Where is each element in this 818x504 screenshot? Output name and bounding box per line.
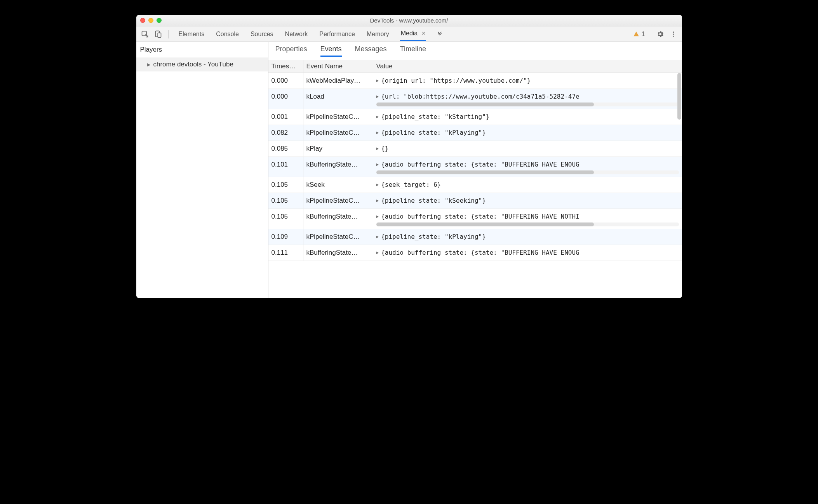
- tab-elements[interactable]: Elements: [178, 28, 205, 41]
- table-row[interactable]: 0.001kPipelineStateC…▶{pipeline_state: "…: [268, 109, 682, 125]
- cell-value-text: {pipeline_state: "kPlaying"}: [381, 233, 486, 240]
- cell-value-text: {pipeline_state: "kStarting"}: [381, 113, 489, 120]
- table-row[interactable]: 0.101kBufferingState…▶{audio_buffering_s…: [268, 157, 682, 177]
- tab-network[interactable]: Network: [284, 28, 309, 41]
- cell-value: ▶{audio_buffering_state: {state: "BUFFER…: [373, 245, 682, 261]
- table-row[interactable]: 0.105kBufferingState…▶{audio_buffering_s…: [268, 209, 682, 229]
- cell-timestamp: 0.105: [268, 193, 303, 209]
- table-row[interactable]: 0.000kLoad▶{url: "blob:https://www.youtu…: [268, 89, 682, 109]
- tab-sources[interactable]: Sources: [250, 28, 274, 41]
- cell-value-text: {pipeline_state: "kPlaying"}: [381, 129, 486, 136]
- horizontal-scrollbar[interactable]: [376, 103, 679, 106]
- traffic-lights: [140, 18, 162, 23]
- settings-icon[interactable]: [655, 30, 666, 38]
- device-toggle-icon[interactable]: [153, 29, 164, 40]
- subtab-properties[interactable]: Properties: [275, 45, 307, 57]
- cell-eventname: kPipelineStateC…: [303, 125, 373, 141]
- cell-eventname: kBufferingState…: [303, 245, 373, 261]
- disclosure-triangle-icon[interactable]: ▶: [376, 78, 379, 83]
- toolbar-separator: [168, 30, 169, 38]
- cell-value-text: {pipeline_state: "kSeeking"}: [381, 197, 486, 204]
- cell-value: ▶{pipeline_state: "kSeeking"}: [373, 193, 682, 209]
- cell-value-text: {}: [381, 145, 388, 152]
- subtab-events[interactable]: Events: [320, 45, 342, 57]
- disclosure-triangle-icon[interactable]: ▶: [376, 146, 379, 151]
- svg-point-5: [673, 35, 674, 36]
- cell-value: ▶{pipeline_state: "kStarting"}: [373, 109, 682, 125]
- more-options-icon[interactable]: [668, 31, 679, 38]
- disclosure-triangle-icon[interactable]: ▶: [376, 234, 379, 239]
- cell-value: ▶{audio_buffering_state: {state: "BUFFER…: [373, 157, 682, 177]
- disclosure-triangle-icon[interactable]: ▶: [376, 162, 379, 167]
- inspect-element-icon[interactable]: [139, 29, 150, 40]
- cell-timestamp: 0.085: [268, 141, 303, 156]
- cell-timestamp: 0.101: [268, 157, 303, 177]
- table-row[interactable]: 0.105kSeek▶{seek_target: 6}: [268, 177, 682, 193]
- players-sidebar: Players ▶ chrome devtools - YouTube: [136, 42, 268, 298]
- close-window-button[interactable]: [140, 18, 145, 23]
- window-title: DevTools - www.youtube.com/: [136, 17, 682, 24]
- horizontal-scrollbar[interactable]: [376, 222, 679, 226]
- table-row[interactable]: 0.111kBufferingState…▶{audio_buffering_s…: [268, 245, 682, 261]
- disclosure-triangle-icon[interactable]: ▶: [376, 94, 379, 99]
- vertical-scrollbar[interactable]: [677, 73, 681, 120]
- warning-icon: [633, 31, 639, 37]
- cell-timestamp: 0.000: [268, 89, 303, 109]
- disclosure-triangle-icon[interactable]: ▶: [376, 182, 379, 187]
- cell-eventname: kPlay: [303, 141, 373, 156]
- table-row[interactable]: 0.085kPlay▶{}: [268, 141, 682, 157]
- col-header-eventname[interactable]: Event Name: [303, 60, 373, 73]
- disclosure-triangle-icon[interactable]: ▶: [376, 130, 379, 135]
- disclosure-triangle-icon[interactable]: ▶: [376, 250, 379, 255]
- svg-rect-2: [158, 33, 161, 37]
- cell-eventname: kLoad: [303, 89, 373, 109]
- tab-memory[interactable]: Memory: [366, 28, 390, 41]
- cell-value: ▶{seek_target: 6}: [373, 177, 682, 193]
- cell-value: ▶{origin_url: "https://www.youtube.com/"…: [373, 73, 682, 89]
- events-table-body[interactable]: 0.000kWebMediaPlay…▶{origin_url: "https:…: [268, 73, 682, 298]
- sidebar-title: Players: [136, 42, 268, 57]
- cell-value: ▶{pipeline_state: "kPlaying"}: [373, 125, 682, 141]
- panel-tabs: Elements Console Sources Network Perform…: [173, 27, 444, 41]
- tab-media[interactable]: Media ×: [400, 27, 426, 41]
- tab-performance[interactable]: Performance: [318, 28, 356, 41]
- col-header-value[interactable]: Value: [373, 60, 682, 73]
- cell-eventname: kBufferingState…: [303, 157, 373, 177]
- tab-console[interactable]: Console: [215, 28, 240, 41]
- main-panel: Properties Events Messages Timeline Time…: [268, 42, 682, 298]
- media-subtabs: Properties Events Messages Timeline: [268, 42, 682, 60]
- close-tab-icon[interactable]: ×: [422, 30, 425, 36]
- cell-value: ▶{url: "blob:https://www.youtube.com/c34…: [373, 89, 682, 109]
- cell-value: ▶{pipeline_state: "kPlaying"}: [373, 229, 682, 245]
- table-row[interactable]: 0.082kPipelineStateC…▶{pipeline_state: "…: [268, 125, 682, 141]
- devtools-window: DevTools - www.youtube.com/ Elements Con…: [136, 15, 682, 298]
- disclosure-triangle-icon[interactable]: ▶: [376, 114, 379, 119]
- disclosure-triangle-icon[interactable]: ▶: [376, 214, 379, 219]
- cell-value-text: {seek_target: 6}: [381, 181, 441, 188]
- svg-point-4: [673, 33, 674, 35]
- player-item[interactable]: ▶ chrome devtools - YouTube: [136, 57, 268, 71]
- cell-eventname: kPipelineStateC…: [303, 229, 373, 245]
- subtab-timeline[interactable]: Timeline: [400, 45, 426, 57]
- table-row[interactable]: 0.105kPipelineStateC…▶{pipeline_state: "…: [268, 193, 682, 209]
- table-row[interactable]: 0.109kPipelineStateC…▶{pipeline_state: "…: [268, 229, 682, 245]
- cell-timestamp: 0.111: [268, 245, 303, 261]
- more-tabs-icon[interactable]: [436, 31, 443, 38]
- cell-value-text: {origin_url: "https://www.youtube.com/"}: [381, 77, 531, 84]
- toolbar-separator: [650, 30, 650, 38]
- disclosure-triangle-icon: ▶: [147, 62, 150, 67]
- cell-value-text: {url: "blob:https://www.youtube.com/c34a…: [381, 93, 580, 100]
- warnings-badge[interactable]: 1: [633, 31, 645, 38]
- cell-timestamp: 0.000: [268, 73, 303, 89]
- horizontal-scrollbar[interactable]: [376, 170, 679, 174]
- cell-value-text: {audio_buffering_state: {state: "BUFFERI…: [381, 249, 580, 256]
- disclosure-triangle-icon[interactable]: ▶: [376, 198, 379, 203]
- cell-eventname: kWebMediaPlay…: [303, 73, 373, 89]
- col-header-timestamp[interactable]: Times…: [268, 60, 303, 73]
- table-row[interactable]: 0.000kWebMediaPlay…▶{origin_url: "https:…: [268, 73, 682, 89]
- zoom-window-button[interactable]: [157, 18, 162, 23]
- minimize-window-button[interactable]: [148, 18, 153, 23]
- subtab-messages[interactable]: Messages: [355, 45, 387, 57]
- svg-point-3: [673, 31, 674, 33]
- devtools-toolbar: Elements Console Sources Network Perform…: [136, 26, 682, 42]
